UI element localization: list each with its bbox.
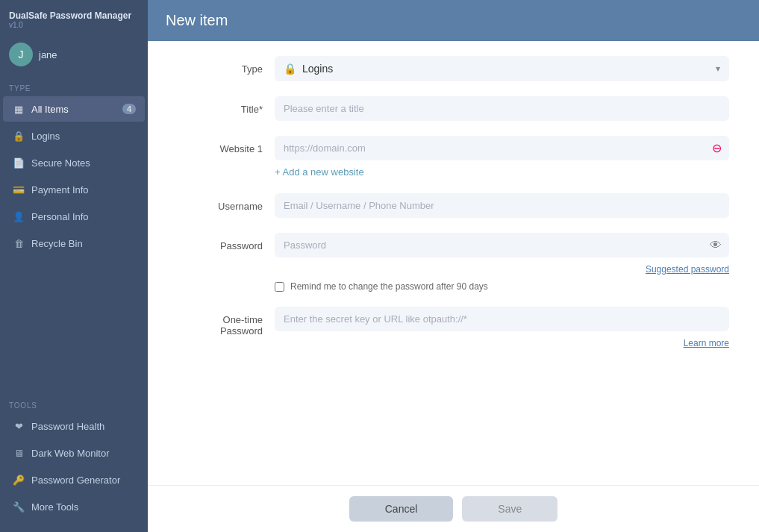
sidebar-item-password-health[interactable]: ❤ Password Health (3, 413, 145, 439)
sidebar: DualSafe Password Manager v1.0 J jane TY… (0, 0, 148, 532)
password-row: Password 👁 Suggested password Remind me … (178, 233, 729, 292)
app-header: DualSafe Password Manager v1.0 (0, 0, 148, 35)
remind-label: Remind me to change the password after 9… (290, 281, 488, 292)
suggested-password-row: Suggested password (275, 262, 729, 275)
sidebar-item-label: All Items (31, 104, 69, 115)
recycle-bin-icon: 🗑 (12, 237, 25, 250)
form-footer: Cancel Save (148, 485, 759, 532)
suggested-password-link[interactable]: Suggested password (646, 264, 729, 275)
password-input[interactable] (275, 233, 729, 257)
website-label: Website 1 (178, 136, 275, 154)
sidebar-item-label: Payment Info (31, 184, 89, 195)
sidebar-item-label: Dark Web Monitor (31, 448, 110, 459)
title-row: Title* (178, 96, 729, 121)
type-label: Type (178, 56, 275, 75)
avatar: J (9, 43, 33, 66)
sidebar-item-all-items[interactable]: ▦ All Items 4 (3, 96, 145, 122)
username-label: jane (39, 49, 57, 60)
website-field: ⊖ + Add a new website (275, 136, 729, 178)
website-input-wrapper: ⊖ (275, 136, 729, 160)
type-select[interactable]: 🔒 Logins ▾ (275, 56, 729, 81)
title-field (275, 96, 729, 121)
sidebar-item-dark-web-monitor[interactable]: 🖥 Dark Web Monitor (3, 440, 145, 466)
main-header: New item (148, 0, 759, 41)
form-container: Type 🔒 Logins ▾ Title* Website 1 (148, 41, 759, 485)
tools-section-label: TOOLS (0, 395, 148, 413)
learn-more-row: Learn more (275, 336, 729, 349)
password-health-icon: ❤ (12, 419, 25, 433)
sidebar-item-label: Password Health (31, 421, 104, 432)
learn-more-link[interactable]: Learn more (684, 338, 729, 348)
add-website-link[interactable]: + Add a new website (275, 166, 364, 178)
password-field: 👁 Suggested password Remind me to change… (275, 233, 729, 292)
otp-row: One-time Password Learn more (178, 307, 729, 349)
type-section-label: TYPE (0, 78, 148, 96)
sidebar-item-label: Personal Info (31, 211, 89, 222)
username-label: Username (178, 193, 275, 212)
more-tools-icon: 🔧 (12, 500, 25, 513)
type-field: 🔒 Logins ▾ (275, 56, 729, 81)
remind-row: Remind me to change the password after 9… (275, 281, 729, 292)
otp-label: One-time Password (178, 307, 275, 337)
type-value: Logins (302, 63, 710, 75)
all-items-badge: 4 (122, 104, 136, 114)
sidebar-item-label: Recycle Bin (31, 238, 83, 249)
sidebar-item-label: Password Generator (31, 475, 120, 486)
add-website-label: + Add a new website (275, 166, 364, 178)
remind-checkbox[interactable] (275, 282, 284, 292)
username-field (275, 193, 729, 218)
type-row: Type 🔒 Logins ▾ (178, 56, 729, 81)
sidebar-item-secure-notes[interactable]: 📄 Secure Notes (3, 150, 145, 175)
sidebar-item-recycle-bin[interactable]: 🗑 Recycle Bin (3, 231, 145, 256)
show-password-button[interactable]: 👁 (710, 239, 722, 252)
personal-info-icon: 👤 (12, 210, 25, 223)
cancel-button[interactable]: Cancel (349, 496, 454, 522)
otp-input[interactable] (275, 307, 729, 331)
dark-web-monitor-icon: 🖥 (12, 446, 25, 460)
page-title: New item (166, 12, 741, 29)
sidebar-item-label: More Tools (31, 501, 78, 513)
app-title: DualSafe Password Manager (9, 10, 139, 21)
payment-info-icon: 💳 (12, 183, 25, 196)
website-row: Website 1 ⊖ + Add a new website (178, 136, 729, 178)
app-version: v1.0 (9, 21, 139, 29)
user-row[interactable]: J jane (0, 35, 148, 78)
logins-icon: 🔒 (12, 129, 25, 143)
remove-website-button[interactable]: ⊖ (712, 141, 722, 155)
website-input[interactable] (275, 136, 729, 160)
sidebar-item-more-tools[interactable]: 🔧 More Tools (3, 494, 145, 519)
username-input[interactable] (275, 193, 729, 218)
lock-icon: 🔒 (284, 63, 296, 75)
sidebar-item-label: Secure Notes (31, 157, 90, 169)
secure-notes-icon: 📄 (12, 156, 25, 169)
sidebar-item-label: Logins (31, 131, 60, 142)
main-panel: New item Type 🔒 Logins ▾ Title* (148, 0, 759, 532)
title-input[interactable] (275, 96, 729, 121)
otp-field: Learn more (275, 307, 729, 349)
sidebar-item-payment-info[interactable]: 💳 Payment Info (3, 177, 145, 202)
username-row: Username (178, 193, 729, 218)
all-items-icon: ▦ (12, 102, 25, 116)
sidebar-item-personal-info[interactable]: 👤 Personal Info (3, 204, 145, 229)
save-button[interactable]: Save (462, 496, 557, 522)
title-label: Title* (178, 96, 275, 115)
password-input-wrapper: 👁 (275, 233, 729, 257)
sidebar-item-password-generator[interactable]: 🔑 Password Generator (3, 467, 145, 492)
password-generator-icon: 🔑 (12, 473, 25, 486)
sidebar-item-logins[interactable]: 🔒 Logins (3, 123, 145, 148)
chevron-down-icon: ▾ (716, 63, 720, 74)
password-label: Password (178, 233, 275, 251)
